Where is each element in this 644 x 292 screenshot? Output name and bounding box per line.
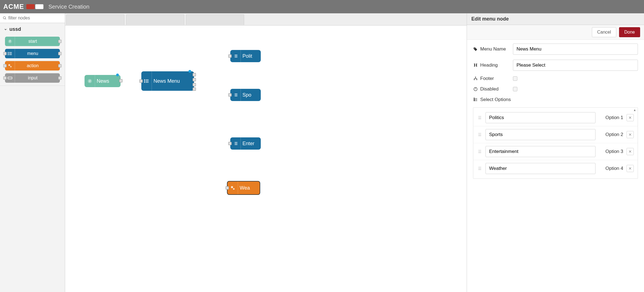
canvas-node-label: News: [97, 78, 109, 84]
option-input[interactable]: [485, 129, 596, 140]
option-number: Option 3: [599, 149, 623, 154]
scroll-up-icon[interactable]: ▲: [633, 108, 637, 112]
list-icon: [230, 50, 241, 62]
canvas-node-menu[interactable]: News Menu: [141, 71, 194, 91]
svg-point-18: [144, 80, 145, 80]
node-port[interactable]: [193, 87, 196, 91]
svg-text:#: #: [89, 79, 91, 83]
svg-point-19: [144, 81, 145, 81]
node-port[interactable]: [193, 78, 196, 81]
field-heading: H Heading: [473, 60, 638, 71]
canvas-node-label: Polit: [242, 53, 252, 59]
canvas-node-label: Wea: [240, 185, 250, 191]
node-port[interactable]: [228, 142, 232, 145]
option-input[interactable]: [485, 112, 596, 123]
node-port[interactable]: [58, 52, 62, 55]
list-icon: [230, 89, 241, 101]
tabstrip: [65, 13, 467, 26]
option-delete-button[interactable]: ✕: [627, 114, 634, 121]
svg-point-32: [474, 48, 475, 49]
option-delete-button[interactable]: ✕: [627, 165, 634, 172]
svg-point-8: [8, 53, 8, 54]
option-input[interactable]: [485, 146, 596, 157]
tag-icon: [473, 47, 478, 51]
node-port[interactable]: [228, 93, 232, 97]
page-title: Service Creation: [48, 4, 90, 10]
option-row: ☰ Option 3 ✕: [473, 143, 638, 160]
svg-point-31: [233, 188, 234, 190]
chevron-down-icon: [4, 28, 7, 31]
workspace: # News News Menu: [65, 13, 467, 292]
canvas-node-menu[interactable]: Spo: [230, 89, 261, 101]
filter-input[interactable]: [8, 16, 64, 21]
drag-handle-icon[interactable]: ☰: [477, 115, 482, 120]
edit-panel-title: Edit menu node: [467, 13, 644, 25]
node-port[interactable]: [58, 76, 62, 80]
field-footer: Footer: [473, 76, 638, 81]
option-delete-button[interactable]: ✕: [627, 131, 634, 138]
footer-checkbox[interactable]: [513, 76, 517, 81]
gear-hash-icon: #: [5, 37, 15, 46]
palette-filter[interactable]: [0, 13, 65, 23]
node-port[interactable]: [119, 79, 122, 82]
workspace-tab[interactable]: [126, 14, 184, 25]
gear-hash-icon: #: [85, 75, 95, 87]
field-label: Disabled: [480, 86, 499, 92]
palette-node-input[interactable]: input: [5, 73, 60, 83]
node-port[interactable]: [3, 76, 7, 80]
svg-text:#: #: [9, 40, 11, 43]
workspace-tab[interactable]: [66, 14, 124, 25]
options-list: ▲ ☰ Option 1 ✕ ☰ Option 2 ✕ ☰: [473, 107, 638, 179]
svg-rect-35: [476, 79, 477, 80]
list-icon: [230, 137, 241, 150]
cancel-button[interactable]: Cancel: [592, 27, 616, 37]
canvas-node-start[interactable]: # News: [85, 75, 121, 87]
canvas-node-label: Enter: [242, 141, 254, 147]
option-row: ☰ Option 2 ✕: [473, 126, 638, 143]
node-port[interactable]: [228, 54, 232, 58]
list-icon: [141, 71, 152, 91]
option-number: Option 4: [599, 166, 623, 171]
canvas-node-menu[interactable]: Polit: [230, 50, 261, 62]
canvas-node-action[interactable]: Wea: [227, 181, 260, 195]
flow-canvas[interactable]: # News News Menu: [65, 26, 467, 292]
drag-handle-icon[interactable]: ☰: [477, 132, 482, 137]
node-port[interactable]: [139, 79, 143, 83]
sitemap-icon: [473, 76, 478, 81]
workspace-tab[interactable]: [186, 14, 244, 25]
option-number: Option 2: [599, 132, 623, 137]
option-input[interactable]: [485, 163, 596, 174]
drag-handle-icon[interactable]: ☰: [477, 149, 482, 154]
node-port[interactable]: [193, 73, 196, 76]
node-port[interactable]: [58, 64, 62, 67]
disabled-checkbox[interactable]: [513, 87, 517, 91]
option-row: ☰ Option 1 ✕: [473, 109, 638, 126]
node-port[interactable]: [3, 64, 7, 67]
svg-text:3: 3: [474, 100, 475, 101]
menu-name-input[interactable]: [513, 44, 638, 55]
palette-node-start[interactable]: # start: [5, 37, 60, 46]
palette-node-action[interactable]: action: [5, 61, 60, 71]
node-port[interactable]: [193, 83, 196, 86]
svg-point-11: [10, 66, 11, 67]
svg-rect-34: [474, 79, 475, 80]
edit-form: Menu Name H Heading: [467, 40, 644, 183]
canvas-node-label: News Menu: [154, 78, 180, 84]
canvas-node-menu[interactable]: Enter: [230, 137, 261, 150]
palette-category-label: ussd: [9, 26, 21, 32]
node-port[interactable]: [58, 40, 62, 43]
canvas-node-label: Spo: [242, 92, 251, 98]
option-delete-button[interactable]: ✕: [627, 148, 634, 155]
done-button[interactable]: Done: [619, 27, 640, 37]
node-port[interactable]: [3, 52, 7, 55]
edit-panel: Edit menu node Cancel Done Menu Name: [467, 13, 644, 292]
palette-node-label: input: [17, 75, 60, 80]
svg-line-1: [5, 19, 6, 19]
palette-node-menu[interactable]: menu: [5, 49, 60, 58]
palette-category-toggle[interactable]: ussd: [0, 23, 65, 34]
heading-input[interactable]: [513, 60, 638, 71]
search-icon: [3, 16, 7, 20]
drag-handle-icon[interactable]: ☰: [477, 166, 482, 171]
brand-graphic: [26, 4, 44, 9]
node-port[interactable]: [226, 186, 229, 190]
